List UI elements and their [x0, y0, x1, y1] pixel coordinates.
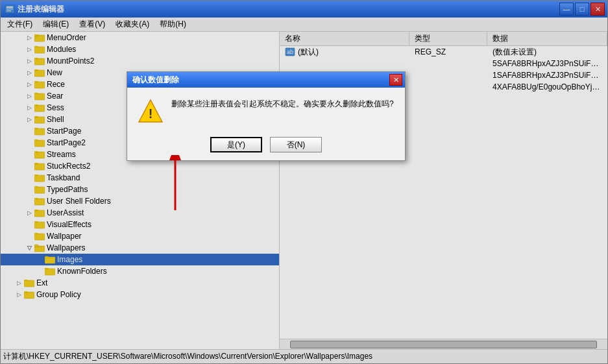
dialog-message: 删除某些注册表值会引起系统不稳定。确实要永久删除此数值吗? — [171, 98, 394, 110]
no-button[interactable]: 否(N) — [270, 137, 322, 152]
dialog-buttons: 是(Y) 否(N) — [138, 137, 395, 152]
svg-text:!: ! — [149, 106, 153, 121]
arrow-indicator — [156, 155, 195, 213]
dialog-title: 确认数值删除 — [132, 75, 179, 86]
yes-button[interactable]: 是(Y) — [210, 137, 262, 152]
dialog-overlay: 确认数值删除 ✕ ! 删除某些注册表值会引起系统不稳定。确实要永久删除此数值吗?… — [0, 0, 608, 364]
dialog-content: ! 删除某些注册表值会引起系统不稳定。确实要永久删除此数值吗? — [138, 98, 395, 124]
dialog-title-bar: 确认数值删除 ✕ — [127, 72, 405, 88]
dialog-close-button[interactable]: ✕ — [389, 74, 402, 86]
confirm-delete-dialog: 确认数值删除 ✕ ! 删除某些注册表值会引起系统不稳定。确实要永久删除此数值吗?… — [127, 71, 406, 161]
dialog-body: ! 删除某些注册表值会引起系统不稳定。确实要永久删除此数值吗? 是(Y) 否(N… — [127, 88, 405, 160]
warning-icon: ! — [138, 98, 164, 124]
